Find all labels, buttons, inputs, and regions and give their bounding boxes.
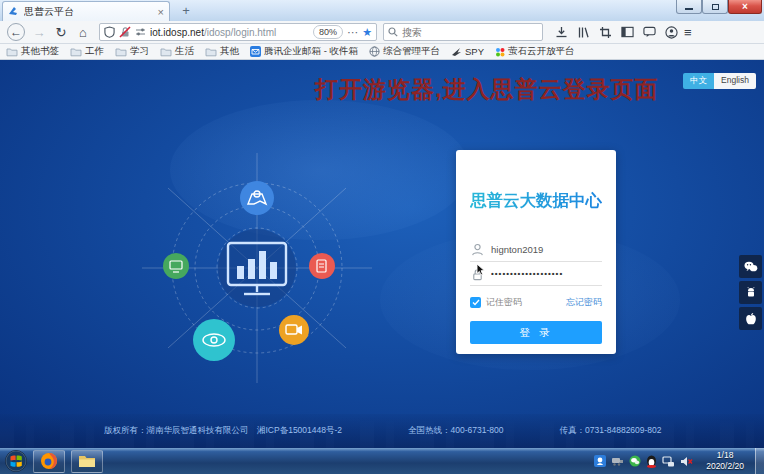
windows-taskbar: 1/18 2020/2/20 [0, 448, 764, 474]
menu-icon[interactable]: ≡ [684, 25, 692, 40]
tab-title: 思普云平台 [24, 5, 153, 19]
system-tray: 1/18 2020/2/20 [594, 448, 764, 474]
footer-copyright: 版权所有：湖南华辰智通科技有限公司 湘ICP备15001448号-2 [104, 425, 342, 437]
browser-tab-bar: 思普云平台 × + × [0, 0, 764, 21]
forgot-password-link[interactable]: 忘记密码 [566, 296, 602, 309]
login-panel: 思普云大数据中心 [456, 150, 616, 354]
tray-device-icon[interactable] [611, 456, 624, 466]
color-dots-icon [495, 47, 505, 57]
report-feature-node [309, 253, 335, 279]
site-favicon [8, 6, 19, 17]
search-input[interactable] [402, 27, 512, 38]
mouse-cursor [476, 263, 486, 276]
remember-checkbox[interactable] [470, 297, 481, 308]
floating-side-buttons [739, 255, 762, 330]
restore-button[interactable] [702, 0, 728, 14]
password-input[interactable] [491, 269, 596, 278]
home-icon[interactable]: ⌂ [72, 23, 94, 41]
url-text[interactable]: iot.idosp.net/idosp/login.html [150, 27, 309, 38]
page-footer: 版权所有：湖南华辰智通科技有限公司 湘ICP备15001448号-2 全国热线：… [0, 414, 764, 448]
folder-icon [115, 47, 127, 57]
apple-icon [745, 312, 757, 326]
show-desktop-button[interactable] [755, 448, 764, 474]
tab-close-icon[interactable]: × [158, 7, 164, 17]
taskbar-explorer-button[interactable] [71, 450, 103, 473]
mail-icon [250, 46, 261, 57]
close-button[interactable]: × [728, 0, 762, 14]
language-switch: 中文 English [683, 73, 756, 89]
monitor-feature-node [163, 253, 189, 279]
browser-nav-bar: ← → ↻ ⌂ iot.idosp.net/idosp/login.html 8… [0, 21, 764, 44]
folder-icon [6, 47, 18, 57]
bookmark-folder-misc[interactable]: 其他 [205, 45, 239, 58]
messages-icon[interactable] [643, 26, 656, 38]
bookmark-management-platform[interactable]: 综合管理平台 [369, 45, 440, 58]
new-tab-button[interactable]: + [176, 3, 196, 20]
sidebar-icon[interactable] [621, 26, 634, 38]
feature-orbit-graphic [116, 148, 398, 392]
shield-icon[interactable] [104, 26, 115, 38]
browser-tab[interactable]: 思普云平台 × [2, 1, 170, 21]
password-field-row [470, 262, 602, 286]
tray-qq-icon[interactable] [646, 455, 657, 468]
taskbar-firefox-button[interactable] [33, 450, 65, 473]
insecure-lock-icon[interactable] [119, 26, 131, 38]
map-feature-node [240, 181, 274, 215]
bookmark-ezviz-platform[interactable]: 萤石云开放平台 [495, 45, 575, 58]
firefox-icon [40, 452, 58, 470]
toolbar-icons [555, 26, 678, 39]
url-bar[interactable]: iot.idosp.net/idosp/login.html 80% ⋯ ★ [99, 23, 377, 41]
forward-icon[interactable]: → [28, 23, 50, 41]
permissions-icon[interactable] [135, 27, 146, 37]
library-icon[interactable] [577, 26, 590, 39]
annotation-text: 打开游览器,进入思普云登录页面 [315, 74, 658, 105]
apple-button[interactable] [739, 307, 762, 330]
clock-counter: 1/18 [706, 450, 744, 461]
bookmark-folder-other-bookmarks[interactable]: 其他书签 [6, 45, 59, 58]
remember-label[interactable]: 记住密码 [486, 296, 566, 309]
zoom-level-badge[interactable]: 80% [313, 25, 343, 39]
bookmark-spy[interactable]: SPY [451, 46, 484, 57]
clock-date: 2020/2/20 [706, 461, 744, 472]
lang-zh-button[interactable]: 中文 [683, 73, 714, 89]
tray-network-icon[interactable] [662, 456, 675, 467]
window-controls: × [676, 0, 762, 14]
tray-notifier-icon[interactable] [594, 455, 606, 467]
user-icon [471, 243, 484, 256]
eye-feature-node [193, 319, 235, 361]
folder-icon [160, 47, 172, 57]
search-box[interactable] [383, 23, 543, 41]
download-icon[interactable] [555, 26, 568, 39]
folder-icon [205, 47, 217, 57]
explorer-folder-icon [78, 454, 96, 468]
android-button[interactable] [739, 281, 762, 304]
screenshot-icon[interactable] [599, 26, 612, 39]
reload-icon[interactable]: ↻ [50, 23, 72, 41]
video-feature-node [279, 315, 309, 345]
bookmark-folder-study[interactable]: 学习 [115, 45, 149, 58]
bookmark-folder-life[interactable]: 生活 [160, 45, 194, 58]
remember-row: 记住密码 忘记密码 [470, 296, 602, 309]
android-icon [745, 286, 757, 299]
login-button[interactable]: 登 录 [470, 321, 602, 344]
username-input[interactable] [491, 244, 596, 255]
bookmark-folder-work[interactable]: 工作 [70, 45, 104, 58]
username-field-row [470, 238, 602, 262]
lang-en-button[interactable]: English [714, 73, 756, 89]
taskbar-clock[interactable]: 1/18 2020/2/20 [706, 450, 744, 471]
search-icon [388, 27, 398, 37]
screen: 思普云平台 × + × ← → ↻ ⌂ [0, 0, 764, 474]
bookmark-tencent-mail[interactable]: 腾讯企业邮箱 - 收件箱 [250, 45, 358, 58]
globe-icon [369, 46, 380, 57]
start-button[interactable] [5, 450, 27, 472]
minimize-button[interactable] [676, 0, 702, 14]
wechat-button[interactable] [739, 255, 762, 278]
page-actions-icon[interactable]: ⋯ [347, 26, 358, 39]
account-icon[interactable] [665, 26, 678, 39]
dart-icon [451, 47, 462, 57]
back-icon[interactable]: ← [7, 23, 25, 41]
tray-volume-muted-icon[interactable] [680, 456, 693, 467]
center-circle [218, 229, 296, 307]
tray-wechat-icon[interactable] [629, 455, 641, 467]
bookmark-star-icon[interactable]: ★ [362, 26, 372, 39]
